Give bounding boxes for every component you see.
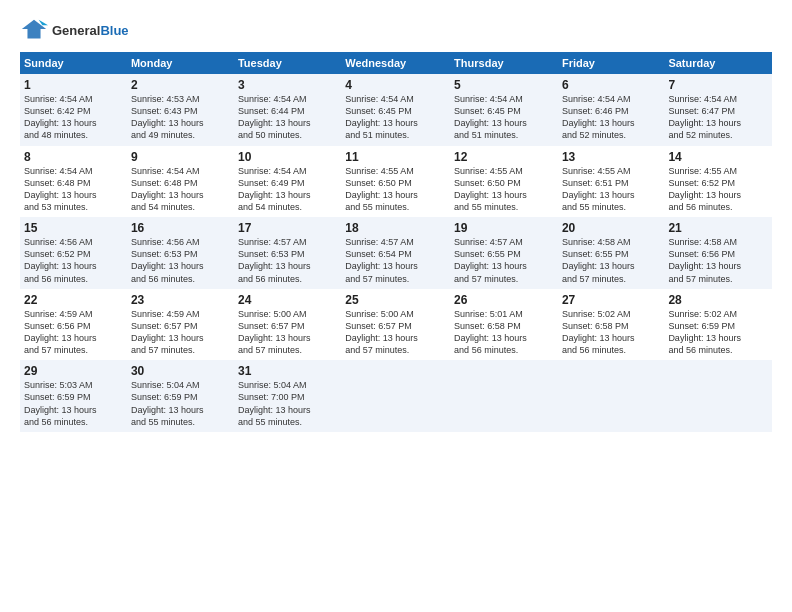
- day-detail: Sunrise: 4:54 AM Sunset: 6:47 PM Dayligh…: [668, 93, 768, 142]
- column-header-saturday: Saturday: [664, 52, 772, 74]
- calendar-cell: 2Sunrise: 4:53 AM Sunset: 6:43 PM Daylig…: [127, 74, 234, 146]
- day-detail: Sunrise: 4:57 AM Sunset: 6:54 PM Dayligh…: [345, 236, 446, 285]
- calendar-cell: 9Sunrise: 4:54 AM Sunset: 6:48 PM Daylig…: [127, 146, 234, 218]
- day-number: 2: [131, 78, 230, 92]
- day-detail: Sunrise: 5:04 AM Sunset: 7:00 PM Dayligh…: [238, 379, 337, 428]
- calendar-cell: 1Sunrise: 4:54 AM Sunset: 6:42 PM Daylig…: [20, 74, 127, 146]
- day-number: 30: [131, 364, 230, 378]
- calendar-cell: 14Sunrise: 4:55 AM Sunset: 6:52 PM Dayli…: [664, 146, 772, 218]
- day-detail: Sunrise: 4:55 AM Sunset: 6:50 PM Dayligh…: [454, 165, 554, 214]
- day-detail: Sunrise: 5:00 AM Sunset: 6:57 PM Dayligh…: [238, 308, 337, 357]
- day-number: 21: [668, 221, 768, 235]
- column-header-wednesday: Wednesday: [341, 52, 450, 74]
- day-detail: Sunrise: 4:57 AM Sunset: 6:55 PM Dayligh…: [454, 236, 554, 285]
- day-detail: Sunrise: 5:02 AM Sunset: 6:58 PM Dayligh…: [562, 308, 660, 357]
- calendar-cell: 12Sunrise: 4:55 AM Sunset: 6:50 PM Dayli…: [450, 146, 558, 218]
- week-row-2: 8Sunrise: 4:54 AM Sunset: 6:48 PM Daylig…: [20, 146, 772, 218]
- calendar-table: SundayMondayTuesdayWednesdayThursdayFrid…: [20, 52, 772, 432]
- calendar-cell: 19Sunrise: 4:57 AM Sunset: 6:55 PM Dayli…: [450, 217, 558, 289]
- calendar-cell: 8Sunrise: 4:54 AM Sunset: 6:48 PM Daylig…: [20, 146, 127, 218]
- column-header-thursday: Thursday: [450, 52, 558, 74]
- day-detail: Sunrise: 4:55 AM Sunset: 6:50 PM Dayligh…: [345, 165, 446, 214]
- calendar-cell: [664, 360, 772, 432]
- day-detail: Sunrise: 4:54 AM Sunset: 6:45 PM Dayligh…: [345, 93, 446, 142]
- day-detail: Sunrise: 4:53 AM Sunset: 6:43 PM Dayligh…: [131, 93, 230, 142]
- calendar-cell: 6Sunrise: 4:54 AM Sunset: 6:46 PM Daylig…: [558, 74, 664, 146]
- calendar-cell: [558, 360, 664, 432]
- day-number: 31: [238, 364, 337, 378]
- calendar-cell: 25Sunrise: 5:00 AM Sunset: 6:57 PM Dayli…: [341, 289, 450, 361]
- day-number: 9: [131, 150, 230, 164]
- column-header-monday: Monday: [127, 52, 234, 74]
- calendar-cell: 3Sunrise: 4:54 AM Sunset: 6:44 PM Daylig…: [234, 74, 341, 146]
- calendar-cell: 13Sunrise: 4:55 AM Sunset: 6:51 PM Dayli…: [558, 146, 664, 218]
- day-detail: Sunrise: 4:54 AM Sunset: 6:45 PM Dayligh…: [454, 93, 554, 142]
- calendar-cell: 29Sunrise: 5:03 AM Sunset: 6:59 PM Dayli…: [20, 360, 127, 432]
- page: GeneralBlue SundayMondayTuesdayWednesday…: [0, 0, 792, 442]
- column-header-sunday: Sunday: [20, 52, 127, 74]
- week-row-5: 29Sunrise: 5:03 AM Sunset: 6:59 PM Dayli…: [20, 360, 772, 432]
- day-number: 18: [345, 221, 446, 235]
- calendar-cell: 10Sunrise: 4:54 AM Sunset: 6:49 PM Dayli…: [234, 146, 341, 218]
- day-detail: Sunrise: 4:56 AM Sunset: 6:52 PM Dayligh…: [24, 236, 123, 285]
- day-number: 16: [131, 221, 230, 235]
- header: GeneralBlue: [20, 16, 772, 44]
- day-number: 27: [562, 293, 660, 307]
- day-number: 5: [454, 78, 554, 92]
- logo: GeneralBlue: [20, 16, 129, 44]
- calendar-cell: 26Sunrise: 5:01 AM Sunset: 6:58 PM Dayli…: [450, 289, 558, 361]
- day-detail: Sunrise: 5:01 AM Sunset: 6:58 PM Dayligh…: [454, 308, 554, 357]
- day-number: 28: [668, 293, 768, 307]
- day-number: 12: [454, 150, 554, 164]
- day-number: 4: [345, 78, 446, 92]
- day-number: 19: [454, 221, 554, 235]
- day-detail: Sunrise: 4:54 AM Sunset: 6:46 PM Dayligh…: [562, 93, 660, 142]
- week-row-1: 1Sunrise: 4:54 AM Sunset: 6:42 PM Daylig…: [20, 74, 772, 146]
- day-number: 1: [24, 78, 123, 92]
- day-number: 3: [238, 78, 337, 92]
- day-detail: Sunrise: 4:55 AM Sunset: 6:52 PM Dayligh…: [668, 165, 768, 214]
- day-detail: Sunrise: 4:54 AM Sunset: 6:49 PM Dayligh…: [238, 165, 337, 214]
- day-number: 8: [24, 150, 123, 164]
- calendar-cell: 30Sunrise: 5:04 AM Sunset: 6:59 PM Dayli…: [127, 360, 234, 432]
- week-row-3: 15Sunrise: 4:56 AM Sunset: 6:52 PM Dayli…: [20, 217, 772, 289]
- day-number: 22: [24, 293, 123, 307]
- day-number: 11: [345, 150, 446, 164]
- day-detail: Sunrise: 5:04 AM Sunset: 6:59 PM Dayligh…: [131, 379, 230, 428]
- calendar-cell: 18Sunrise: 4:57 AM Sunset: 6:54 PM Dayli…: [341, 217, 450, 289]
- day-detail: Sunrise: 5:02 AM Sunset: 6:59 PM Dayligh…: [668, 308, 768, 357]
- calendar-cell: 5Sunrise: 4:54 AM Sunset: 6:45 PM Daylig…: [450, 74, 558, 146]
- day-detail: Sunrise: 4:54 AM Sunset: 6:48 PM Dayligh…: [24, 165, 123, 214]
- calendar-cell: [450, 360, 558, 432]
- calendar-cell: 23Sunrise: 4:59 AM Sunset: 6:57 PM Dayli…: [127, 289, 234, 361]
- calendar-cell: 21Sunrise: 4:58 AM Sunset: 6:56 PM Dayli…: [664, 217, 772, 289]
- day-number: 26: [454, 293, 554, 307]
- day-detail: Sunrise: 4:57 AM Sunset: 6:53 PM Dayligh…: [238, 236, 337, 285]
- calendar-cell: 22Sunrise: 4:59 AM Sunset: 6:56 PM Dayli…: [20, 289, 127, 361]
- logo-icon: [20, 16, 48, 44]
- day-number: 24: [238, 293, 337, 307]
- calendar-body: 1Sunrise: 4:54 AM Sunset: 6:42 PM Daylig…: [20, 74, 772, 432]
- day-detail: Sunrise: 4:58 AM Sunset: 6:55 PM Dayligh…: [562, 236, 660, 285]
- day-number: 7: [668, 78, 768, 92]
- day-detail: Sunrise: 4:54 AM Sunset: 6:42 PM Dayligh…: [24, 93, 123, 142]
- day-detail: Sunrise: 5:03 AM Sunset: 6:59 PM Dayligh…: [24, 379, 123, 428]
- day-detail: Sunrise: 4:58 AM Sunset: 6:56 PM Dayligh…: [668, 236, 768, 285]
- day-detail: Sunrise: 4:55 AM Sunset: 6:51 PM Dayligh…: [562, 165, 660, 214]
- day-number: 14: [668, 150, 768, 164]
- day-number: 10: [238, 150, 337, 164]
- day-detail: Sunrise: 4:54 AM Sunset: 6:48 PM Dayligh…: [131, 165, 230, 214]
- calendar-cell: 20Sunrise: 4:58 AM Sunset: 6:55 PM Dayli…: [558, 217, 664, 289]
- calendar-cell: 27Sunrise: 5:02 AM Sunset: 6:58 PM Dayli…: [558, 289, 664, 361]
- column-header-friday: Friday: [558, 52, 664, 74]
- calendar-cell: 24Sunrise: 5:00 AM Sunset: 6:57 PM Dayli…: [234, 289, 341, 361]
- day-number: 20: [562, 221, 660, 235]
- calendar-cell: 28Sunrise: 5:02 AM Sunset: 6:59 PM Dayli…: [664, 289, 772, 361]
- calendar-cell: 7Sunrise: 4:54 AM Sunset: 6:47 PM Daylig…: [664, 74, 772, 146]
- day-detail: Sunrise: 4:59 AM Sunset: 6:57 PM Dayligh…: [131, 308, 230, 357]
- calendar-header: SundayMondayTuesdayWednesdayThursdayFrid…: [20, 52, 772, 74]
- day-detail: Sunrise: 4:59 AM Sunset: 6:56 PM Dayligh…: [24, 308, 123, 357]
- day-number: 29: [24, 364, 123, 378]
- day-number: 23: [131, 293, 230, 307]
- calendar-cell: 11Sunrise: 4:55 AM Sunset: 6:50 PM Dayli…: [341, 146, 450, 218]
